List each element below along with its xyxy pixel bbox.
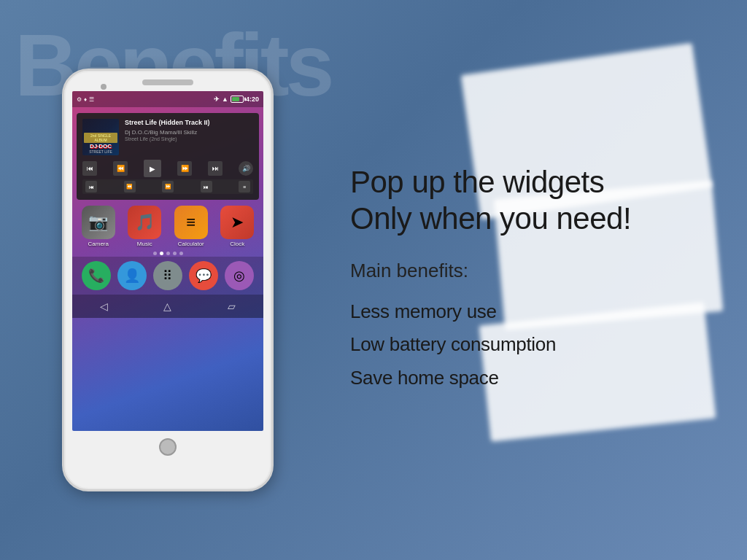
sync-icon: ☰ [89, 96, 94, 103]
app-icon-camera-wrap[interactable]: 📷 Camera [77, 206, 120, 247]
recent-button[interactable]: ▱ [228, 300, 236, 312]
album-sub: STREET LIFE [89, 149, 112, 154]
calculator-label: Calculator [178, 241, 204, 247]
physical-home-button[interactable] [159, 438, 177, 456]
dock-contacts-button[interactable]: 👤 [117, 261, 147, 290]
dot-4 [173, 252, 177, 255]
phone-section: ⚙ ♦ ☰ ✈ ▲ 4:20 [0, 0, 336, 560]
app-icon-calc-wrap[interactable]: ≡ Calculator [169, 206, 213, 247]
clock-icon[interactable]: ➤ [220, 206, 254, 239]
prev-mini-button[interactable]: ⏮ [85, 181, 97, 192]
fast-forward-button[interactable]: ⏩ [177, 161, 192, 176]
benefit-1: Less memory use [350, 297, 711, 327]
prev-track-button[interactable]: ⏮ [82, 161, 97, 176]
benefit-2: Low battery consumption [350, 330, 711, 360]
dock-phone-button[interactable]: 📞 [82, 261, 111, 290]
app-icon-clock-wrap[interactable]: ➤ Clock [216, 206, 260, 247]
home-button[interactable]: △ [163, 300, 171, 312]
usb-icon: ♦ [84, 96, 87, 103]
dot-3 [166, 252, 170, 255]
music-info: Street Life (Hidden Track II) Dj D.O.C/B… [125, 119, 253, 155]
volume-button[interactable]: 🔊 [239, 161, 253, 176]
dot-5 [179, 252, 183, 255]
phone-bottom [64, 431, 271, 463]
phone-body: ⚙ ♦ ☰ ✈ ▲ 4:20 [62, 69, 274, 491]
camera-label: Camera [88, 241, 109, 247]
album-art: 2nd SINGLE ALBUM DJ·DOC STREET LIFE [82, 119, 119, 155]
phone-screen: ⚙ ♦ ☰ ✈ ▲ 4:20 [72, 91, 263, 431]
clock-label: Clock [230, 241, 244, 247]
list-mini-button[interactable]: ≡ [239, 181, 250, 192]
album-label-top: 2nd SINGLE ALBUM [84, 133, 117, 143]
album-art-inner: 2nd SINGLE ALBUM DJ·DOC STREET LIFE [82, 119, 119, 155]
battery-fill [232, 97, 239, 101]
dot-1 [153, 252, 157, 255]
benefits-list: Less memory use Low battery consumption … [350, 297, 711, 394]
music-controls-row: ⏮ ⏪ ▶ ⏩ ⏭ 🔊 [82, 160, 253, 177]
status-bar: ⚙ ♦ ☰ ✈ ▲ 4:20 [72, 91, 263, 107]
app-icon-music-wrap[interactable]: 🎵 Music [123, 206, 167, 247]
wifi-icon: ▲ [222, 96, 228, 103]
phone-top [64, 71, 271, 91]
next-mini-button[interactable]: ⏭ [201, 181, 212, 192]
rw-mini-button[interactable]: ⏪ [124, 181, 136, 192]
page-dots [72, 252, 263, 255]
dock-browser-button[interactable]: ◎ [225, 261, 254, 290]
phone-camera [101, 84, 107, 90]
status-icons-right: ✈ ▲ 4:20 [214, 96, 259, 103]
play-button[interactable]: ▶ [144, 160, 161, 177]
benefit-3: Save home space [350, 363, 711, 394]
music-icon[interactable]: 🎵 [128, 206, 161, 239]
clock-time: 4:20 [246, 96, 259, 103]
music-widget-top: 2nd SINGLE ALBUM DJ·DOC STREET LIFE Stre… [82, 119, 253, 155]
calculator-icon[interactable]: ≡ [174, 206, 208, 239]
navigation-bar: ◁ △ ▱ [72, 295, 263, 318]
headline-line2: Only when you need! [350, 201, 631, 236]
ff-mini-button[interactable]: ⏩ [162, 181, 174, 192]
rewind-button[interactable]: ⏪ [113, 161, 128, 176]
headline-line1: Pop up the widgets [350, 165, 604, 199]
status-icons-left: ⚙ ♦ ☰ [77, 96, 94, 103]
dock-messages-button[interactable]: 💬 [189, 261, 218, 290]
dock-apps-button[interactable]: ⠿ [153, 261, 182, 290]
text-section: Pop up the widgets Only when you need! M… [336, 135, 747, 426]
back-button[interactable]: ◁ [100, 300, 108, 312]
benefits-title: Main benefits: [350, 260, 711, 282]
album-band: DJ·DOC [90, 143, 112, 149]
main-layout: ⚙ ♦ ☰ ✈ ▲ 4:20 [0, 0, 747, 560]
music-artist: Dj D.O.C/Big Mama/Ill Skillz [125, 129, 253, 136]
airplane-icon: ✈ [214, 96, 220, 103]
phone-speaker [142, 79, 193, 85]
headline: Pop up the widgets Only when you need! [350, 164, 711, 238]
battery-icon [231, 96, 244, 103]
music-title: Street Life (Hidden Track II) [125, 119, 253, 128]
music-controls-row2: ⏮ ⏪ ⏩ ⏭ ≡ [82, 179, 253, 194]
music-album: Street Life (2nd Single) [125, 136, 253, 141]
dot-2 [160, 252, 163, 255]
camera-icon[interactable]: 📷 [82, 206, 115, 239]
app-grid: 📷 Camera 🎵 Music ≡ Calculator ➤ Clock [77, 206, 259, 247]
alarm-icon: ⚙ [77, 96, 82, 103]
bottom-dock: 📞 👤 ⠿ 💬 ◎ [72, 257, 263, 295]
next-track-button[interactable]: ⏭ [208, 161, 222, 176]
music-widget: 2nd SINGLE ALBUM DJ·DOC STREET LIFE Stre… [77, 113, 259, 200]
music-label: Music [137, 241, 152, 247]
